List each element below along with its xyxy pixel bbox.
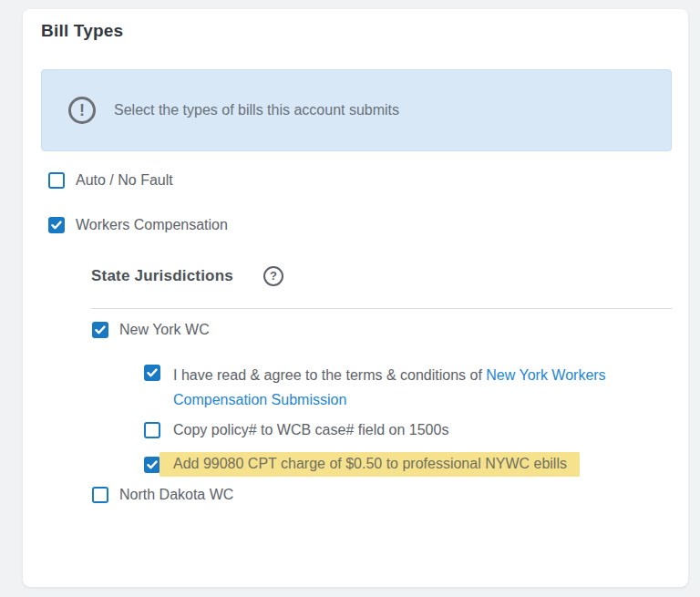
new-york-wc-label[interactable]: New York WC	[119, 321, 210, 339]
question-circle-icon[interactable]: ?	[263, 266, 283, 286]
checkmark-icon	[95, 325, 106, 335]
auto-no-fault-checkbox[interactable]	[48, 172, 65, 189]
terms-agreement-text: I have read & agree to the terms & condi…	[173, 367, 486, 383]
new-york-wc-checkbox[interactable]	[92, 322, 108, 338]
workers-compensation-checkbox[interactable]	[48, 217, 65, 233]
state-jurisdictions-heading: State Jurisdictions	[91, 267, 233, 285]
checkmark-icon	[147, 368, 158, 377]
checkmark-icon	[51, 221, 62, 230]
terms-agreement-label: I have read & agree to the terms & condi…	[173, 363, 665, 412]
checkmark-icon	[147, 460, 158, 469]
page-title: Bill Types	[41, 20, 672, 42]
checkbox-row-add-charge: Add 99080 CPT charge of $0.50 to profess…	[144, 452, 672, 477]
checkbox-row-new-york-wc: New York WC	[92, 320, 672, 340]
checkbox-row-workers-compensation: Workers Compensation	[48, 215, 672, 235]
add-charge-checkbox[interactable]	[144, 457, 160, 473]
section-divider	[91, 308, 672, 309]
auto-no-fault-label[interactable]: Auto / No Fault	[76, 171, 173, 190]
info-alert: ! Select the types of bills this account…	[41, 69, 672, 151]
copy-policy-checkbox[interactable]	[144, 422, 160, 438]
checkbox-row-auto-no-fault: Auto / No Fault	[48, 170, 672, 190]
state-jurisdictions-header: State Jurisdictions ?	[91, 266, 672, 286]
bill-types-card: Bill Types ! Select the types of bills t…	[23, 9, 688, 587]
workers-compensation-label[interactable]: Workers Compensation	[76, 216, 228, 234]
checkbox-row-terms-agreement: I have read & agree to the terms & condi…	[144, 363, 672, 412]
north-dakota-wc-checkbox[interactable]	[92, 487, 108, 503]
copy-policy-label[interactable]: Copy policy# to WCB case# field on 1500s	[173, 421, 448, 439]
terms-agreement-checkbox[interactable]	[144, 365, 160, 381]
north-dakota-wc-label[interactable]: North Dakota WC	[119, 486, 233, 504]
exclamation-circle-icon: !	[68, 97, 96, 124]
checkbox-row-copy-policy: Copy policy# to WCB case# field on 1500s	[144, 420, 672, 440]
alert-text: Select the types of bills this account s…	[114, 102, 399, 118]
add-charge-label[interactable]: Add 99080 CPT charge of $0.50 to profess…	[160, 452, 580, 477]
checkbox-row-north-dakota-wc: North Dakota WC	[92, 485, 672, 505]
